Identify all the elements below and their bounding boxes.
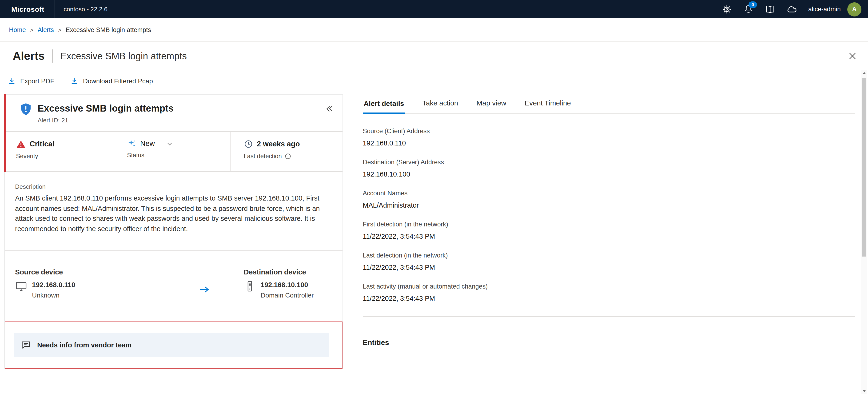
field-label: First detection (in the network): [363, 220, 855, 229]
alert-meta-row: Critical Severity New: [5, 132, 342, 172]
breadcrumb-separator: >: [30, 27, 33, 33]
guide-button[interactable]: [762, 1, 778, 17]
field-label: Account Names: [363, 189, 855, 198]
download-pcap-button[interactable]: Download Filtered Pcap: [70, 77, 153, 85]
page-header: Alerts Excessive SMB login attempts: [0, 42, 868, 70]
severity-value: Critical: [16, 139, 117, 149]
microsoft-logo: Microsoft: [11, 5, 44, 13]
field-label: Last activity (manual or automated chang…: [363, 282, 855, 292]
alert-shield-icon: [19, 102, 33, 116]
alert-card-header: Excessive SMB login attempts Alert ID: 2…: [5, 95, 342, 132]
source-device-ip: 192.168.0.110: [32, 280, 75, 290]
alert-details-panel: Alert details Take action Map view Event…: [363, 98, 855, 347]
info-icon[interactable]: [285, 153, 291, 159]
status-text: New: [140, 139, 155, 148]
entities-heading: Entities: [363, 338, 855, 347]
breadcrumb-alerts[interactable]: Alerts: [38, 26, 54, 33]
source-device-type: Unknown: [32, 291, 75, 300]
severity-label: Severity: [16, 152, 117, 160]
scroll-thumb[interactable]: [862, 78, 866, 256]
breadcrumb: Home > Alerts > Excessive SMB login atte…: [0, 18, 868, 42]
page-subtitle: Excessive SMB login attempts: [60, 51, 187, 61]
devices-section: Source device 192.168.0.110 Unknown: [5, 251, 342, 300]
alert-title-block: Excessive SMB login attempts Alert ID: 2…: [38, 102, 324, 125]
status-dropdown[interactable]: New: [127, 139, 173, 148]
scroll-down-arrow[interactable]: [861, 387, 867, 394]
field-value: 11/22/2022, 3:54:43 PM: [363, 293, 855, 304]
field-destination-server-address: Destination (Server) Address 192.168.10.…: [363, 158, 855, 179]
export-pdf-label: Export PDF: [20, 77, 54, 85]
field-label: Destination (Server) Address: [363, 158, 855, 167]
last-detection-value: 2 weeks ago: [244, 139, 342, 149]
export-pdf-button[interactable]: Export PDF: [7, 77, 54, 85]
destination-device-label: Destination device: [244, 268, 337, 276]
download-pcap-label: Download Filtered Pcap: [83, 77, 153, 85]
description-label: Description: [15, 183, 329, 191]
collapse-panel-button[interactable]: [324, 103, 335, 116]
severity-stripe: [4, 94, 6, 172]
destination-device-info: 192.168.10.100 Domain Controller: [260, 280, 314, 300]
description-section: Description An SMB client 192.168.0.110 …: [5, 172, 342, 234]
flow-arrow: [165, 284, 244, 295]
comment-item[interactable]: Needs info from vendor team: [14, 333, 329, 357]
server-tower-icon: [244, 280, 256, 292]
environment-version-label: contoso - 22.2.6: [63, 6, 107, 13]
alert-title: Excessive SMB login attempts: [38, 102, 324, 114]
settings-button[interactable]: [719, 1, 735, 17]
tab-bar: Alert details Take action Map view Event…: [363, 98, 855, 114]
last-detection-label-text: Last detection: [244, 152, 282, 160]
severity-cell: Critical Severity: [5, 132, 117, 171]
field-value: 192.168.0.110: [363, 138, 855, 148]
status-label: Status: [127, 151, 230, 159]
tab-alert-details[interactable]: Alert details: [363, 99, 405, 114]
vertical-scrollbar[interactable]: [861, 70, 867, 394]
breadcrumb-current: Excessive SMB login attempts: [66, 26, 151, 33]
field-value: MAL/Administrator: [363, 200, 855, 210]
alert-id: Alert ID: 21: [38, 116, 324, 125]
notification-badge: 0: [748, 1, 757, 8]
tab-event-timeline[interactable]: Event Timeline: [524, 98, 572, 114]
last-detection-text: 2 weeks ago: [257, 139, 300, 149]
main-content: Excessive SMB login attempts Alert ID: 2…: [0, 92, 868, 394]
double-chevron-left-icon: [324, 104, 334, 114]
page-title: Alerts: [13, 50, 45, 63]
destination-device-block: Destination device 192.168.10.100 Domain…: [244, 268, 337, 300]
tab-take-action[interactable]: Take action: [422, 98, 459, 114]
avatar[interactable]: A: [847, 2, 861, 16]
download-icon: [7, 77, 16, 85]
field-last-activity: Last activity (manual or automated chang…: [363, 282, 855, 304]
monitor-icon: [15, 280, 27, 292]
last-detection-cell: 2 weeks ago Last detection: [230, 132, 342, 171]
field-label: Last detection (in the network): [363, 251, 855, 260]
username-label: alice-admin: [808, 6, 841, 13]
cloud-button[interactable]: [784, 1, 800, 17]
toolbar: Export PDF Download Filtered Pcap: [0, 70, 868, 92]
description-text: An SMB client 192.168.0.110 performs exc…: [15, 193, 329, 234]
comment-text: Needs info from vendor team: [37, 341, 131, 349]
field-first-detection: First detection (in the network) 11/22/2…: [363, 220, 855, 241]
new-status-sparkle-icon: [127, 139, 136, 148]
field-source-client-address: Source (Client) Address 192.168.0.110: [363, 127, 855, 148]
field-account-names: Account Names MAL/Administrator: [363, 189, 855, 210]
destination-device-ip: 192.168.10.100: [260, 280, 314, 290]
notifications-button[interactable]: 0: [741, 1, 756, 17]
breadcrumb-home[interactable]: Home: [9, 26, 26, 33]
topbar-divider: [55, 0, 55, 18]
scroll-up-arrow[interactable]: [861, 70, 867, 77]
source-device-row: 192.168.0.110 Unknown: [15, 280, 165, 300]
defender-iot-console: Microsoft contoso - 22.2.6 0: [0, 0, 868, 394]
destination-device-type: Domain Controller: [260, 291, 314, 300]
critical-severity-icon: [16, 139, 26, 149]
title-divider: [52, 50, 53, 63]
gear-icon: [722, 4, 732, 14]
field-value: 11/22/2022, 3:54:43 PM: [363, 262, 855, 273]
field-value: 192.168.10.100: [363, 169, 855, 179]
close-button[interactable]: [845, 49, 860, 63]
arrow-right-icon: [197, 284, 211, 295]
source-device-label: Source device: [15, 268, 165, 276]
last-detection-label: Last detection: [244, 152, 342, 160]
chevron-down-icon: [166, 140, 173, 147]
download-icon: [70, 77, 79, 85]
guide-book-icon: [765, 4, 775, 14]
tab-map-view[interactable]: Map view: [476, 98, 507, 114]
